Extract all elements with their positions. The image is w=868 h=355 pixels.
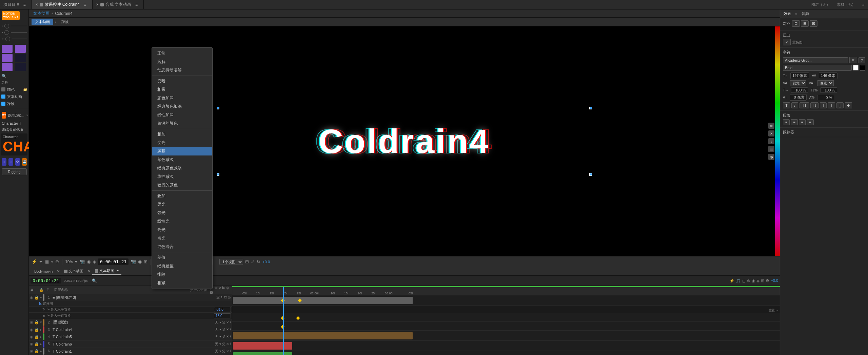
vis-3[interactable]: ◉ [30,328,33,332]
marker-icon[interactable]: ◈ [93,259,96,264]
vis-2[interactable]: ◉ [30,320,33,325]
plugin-expand-icon[interactable]: » [26,113,28,117]
handle-bl[interactable] [217,173,219,176]
blend-normal[interactable]: 正常 [152,49,212,58]
lock-2[interactable]: 🔒 [34,320,39,325]
blend-dynamic-dissolve[interactable]: 动态抖动溶解 [152,66,212,75]
clip-2[interactable] [233,332,413,339]
tool-icon-3[interactable]: ▦ [45,259,49,264]
channel-icon[interactable]: ◉ [138,259,142,264]
tool-icon-5[interactable]: ⊕ [55,259,59,264]
search-input[interactable] [7,74,26,78]
tl-icon-solo[interactable]: ⚡ [729,278,734,283]
expand-6[interactable]: ▸ [40,349,42,353]
blend-hard-mix[interactable]: 纯色混合 [152,243,212,251]
grid-icon[interactable]: ⊞ [245,259,249,264]
ctrl-arrow-2[interactable]: › [2,30,3,34]
tab-effect-menu[interactable]: ≡ [81,1,89,8]
lock-5[interactable]: 🔒 [34,342,39,346]
strikeout-btn[interactable]: T [845,102,852,108]
rigging-button[interactable]: Rigging [2,168,27,175]
blend-classic-color-burn[interactable]: 经典颜色加深 [152,102,212,111]
expand-5[interactable]: ▸ [40,342,42,346]
italic-btn[interactable]: T [791,102,798,108]
blend-hard-light[interactable]: 强光 [152,209,212,217]
font-help-btn[interactable]: ? [859,57,865,63]
thumb-1[interactable] [2,45,13,53]
tl-tab-bodymovin[interactable]: Bodymovin [32,269,55,274]
tl-icon-mute[interactable]: 🎵 [736,278,741,283]
blend-vivid-light[interactable]: 亮光 [152,226,212,234]
blend-pin-light[interactable]: 点光 [152,234,212,243]
prev-icon-3[interactable]: ↕ [768,138,774,144]
blend-color-dodge[interactable]: 颜色减淡 [152,155,212,164]
expand-icon-2[interactable]: ⤢ [251,259,255,264]
align-left-btn[interactable]: ⊡ [792,20,800,27]
vis-1[interactable]: ◉ [30,295,33,300]
sub-btn[interactable]: T [828,102,835,108]
para-justify-btn[interactable]: ≡ [807,119,813,125]
proj-item-solid[interactable]: 纯色 📁 [0,86,28,93]
vis-5[interactable]: ◉ [30,342,33,346]
views-select[interactable]: 1个视图 [219,259,243,265]
tracking-select[interactable]: 视觉 [790,80,806,86]
tl-icon-render[interactable]: ◈ [756,278,760,283]
font-name-display[interactable]: Akzidenz-Grot... [783,57,848,63]
prev-icon-4[interactable]: ☰ [768,146,774,152]
align-right-btn[interactable]: ⊠ [810,20,817,27]
zoom-expand-icon[interactable]: ▾ [75,259,77,264]
tool-icon-1[interactable]: ⚡ [32,259,37,264]
tool-icon-4[interactable]: ⌖ [51,259,53,265]
handle-tr[interactable] [589,107,592,109]
clip-4[interactable] [233,352,292,355]
color-box-white[interactable] [853,65,859,70]
tab-project[interactable]: 项目目 ≡ ≡ [0,0,32,9]
font-edit-btn[interactable]: ✏ [849,57,857,63]
font-size-value[interactable]: 197 像素 [790,72,809,79]
tl-icon-draft[interactable]: ◻ [742,278,746,283]
tl-icon-expand[interactable]: ⊞ [761,278,764,283]
refresh-icon[interactable]: ↻ [257,259,260,264]
warp-check-btn[interactable]: ✓ [783,39,791,45]
blend-exclusion[interactable]: 排除 [152,270,212,279]
ctrl-dot-3[interactable] [5,37,10,41]
expand-2[interactable]: ▾ [40,320,42,325]
blend-soft-light[interactable]: 柔光 [152,200,212,209]
blend-darker-color[interactable]: 较深的颜色 [152,119,212,128]
blend-subtract[interactable]: 相减 [152,279,212,287]
underline-btn[interactable]: T [836,102,844,108]
blend-lighten[interactable]: 变亮 [152,139,212,147]
tl-tab-textanim1[interactable]: 文本动画 [61,268,86,274]
clip-1[interactable] [233,297,413,304]
tl-tab-textanim2[interactable]: 文本动画 ≡ [92,268,121,275]
scale-v-value[interactable]: 100 % [820,87,837,93]
prev-icon-1[interactable]: ⊕ [768,123,774,129]
breadcrumb-item-1[interactable]: 文本动画 [33,11,50,16]
blend-overlay[interactable]: 叠加 [152,192,212,200]
ctrl-dot-2[interactable] [4,30,9,35]
expand-3[interactable]: ▸ [40,328,42,332]
tl-search-icon[interactable]: 🔍 [91,277,98,285]
ctrl-arrow-3[interactable]: » [2,37,4,41]
thumb-5[interactable] [2,63,13,71]
sidebar-search[interactable]: 🔍 [0,73,28,79]
handle-br[interactable] [589,173,592,176]
prev-icon-2[interactable]: ✕ [768,130,774,137]
blend-difference[interactable]: 差值 [152,253,212,262]
toggle-icon[interactable]: ◉ [87,259,91,264]
tab-effect[interactable]: ✕ 效果控件 Coldrain4 ≡ [32,0,93,9]
subtab-textanim[interactable]: 文本动画 [32,19,53,25]
blend-darken[interactable]: 变暗 [152,77,212,85]
vis-4[interactable]: ◉ [30,335,33,339]
rp-tab-effect[interactable]: 效果 [782,11,793,17]
blend-dissolve[interactable]: 溶解 [152,58,212,66]
tab-composite[interactable]: ✕ 合成 文本动画 ≡ [93,0,144,9]
tab-project-menu[interactable]: ≡ [21,1,28,8]
proj-item-noise[interactable]: 躁波 [0,100,28,107]
para-center-btn[interactable]: ≡ [791,119,797,125]
close-icon-2[interactable]: ✕ [96,3,99,6]
char-btn-1[interactable]: ↕ [2,158,6,166]
blend-linear-dodge[interactable]: 线性减淡 [152,172,212,181]
blend-classic-color-dodge[interactable]: 经典颜色减淡 [152,164,212,172]
para-left-btn[interactable]: ≡ [783,119,790,125]
